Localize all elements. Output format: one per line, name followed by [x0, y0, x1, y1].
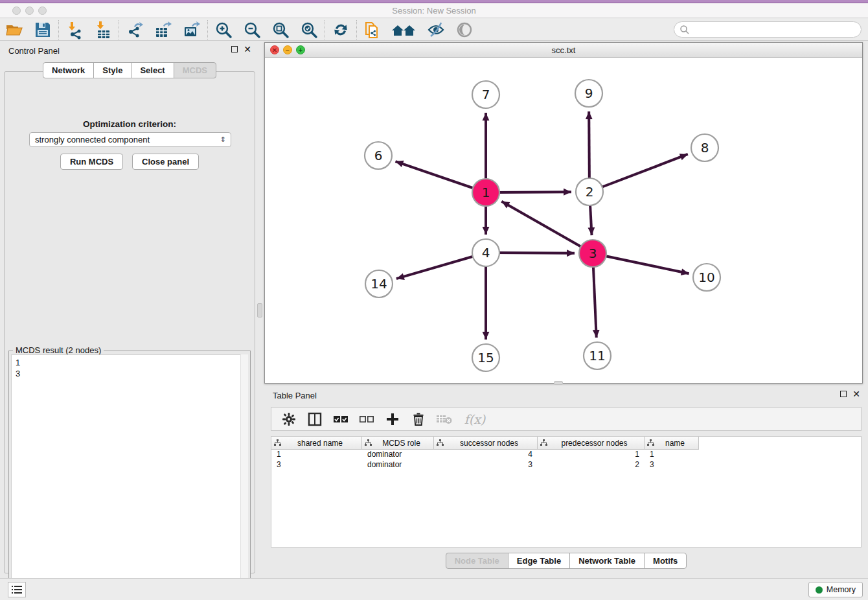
svg-text:15: 15 — [477, 350, 494, 365]
window-resize-handle[interactable] — [554, 381, 563, 385]
table-cell[interactable]: 3 — [434, 460, 538, 470]
table-cell[interactable]: 3 — [645, 460, 699, 470]
task-history-button[interactable] — [8, 582, 26, 597]
save-session-icon[interactable] — [29, 19, 57, 40]
toolbar-separator — [356, 20, 357, 40]
table-cell[interactable]: dominator — [362, 460, 434, 470]
criterion-dropdown[interactable]: strongly connected component ⇕ — [29, 132, 231, 147]
float-panel-icon[interactable] — [231, 46, 238, 52]
column-header-predecessor-nodes[interactable]: predecessor nodes — [538, 437, 645, 450]
mcds-result-group: MCDS result (2 nodes) 1 3 — [8, 351, 251, 598]
control-panel: Control Panel ✕ NetworkStyleSelectMCDS O… — [0, 41, 259, 578]
panel-splitter-handle[interactable] — [257, 303, 262, 317]
table-panel-title: Table Panel — [273, 391, 317, 400]
search-field[interactable] — [674, 21, 862, 38]
table-cell[interactable]: 3 — [271, 460, 362, 470]
column-header-MCDS-role[interactable]: MCDS role — [362, 437, 434, 450]
graph-node-8[interactable]: 8 — [691, 134, 718, 161]
graph-edge-3-1[interactable] — [501, 202, 593, 253]
column-header-shared-name[interactable]: shared name — [271, 437, 362, 450]
tab-motifs[interactable]: Motifs — [644, 553, 687, 569]
tab-style[interactable]: Style — [93, 62, 131, 78]
float-table-panel-icon[interactable] — [840, 391, 847, 397]
import-network-icon[interactable] — [60, 19, 89, 40]
reset-view-icon[interactable] — [387, 19, 422, 40]
graph-node-15[interactable]: 15 — [472, 344, 499, 371]
window-title: Session: New Session — [0, 6, 868, 16]
table-cell[interactable]: dominator — [362, 450, 434, 460]
toolbar-separator — [207, 20, 208, 40]
search-input[interactable] — [690, 23, 861, 36]
graph-node-1[interactable]: 1 — [472, 179, 499, 206]
close-table-panel-icon[interactable]: ✕ — [852, 391, 860, 397]
add-column-icon[interactable] — [384, 411, 401, 428]
toggle-graphics-details-icon[interactable] — [422, 19, 450, 40]
network-window-titlebar[interactable]: ✕ − + scc.txt — [265, 43, 862, 58]
tab-select[interactable]: Select — [131, 62, 174, 78]
zoom-out-icon[interactable] — [238, 19, 266, 40]
titlebar: Session: New Session — [0, 3, 868, 18]
export-network-icon[interactable] — [120, 19, 149, 40]
level-of-detail-icon[interactable] — [450, 19, 479, 40]
network-canvas[interactable]: 7968124314101511 — [265, 58, 862, 383]
apply-layout-icon[interactable] — [326, 19, 355, 40]
graph-edge-2-8[interactable] — [589, 154, 688, 192]
column-layout-icon[interactable] — [306, 411, 323, 428]
table-cell[interactable]: 1 — [645, 450, 699, 460]
select-all-icon[interactable] — [332, 411, 349, 428]
graph-node-11[interactable]: 11 — [584, 342, 611, 369]
column-header-name[interactable]: name — [645, 437, 699, 450]
table-row[interactable]: 1dominator411 — [271, 450, 861, 460]
table-toolbar: f(x) — [271, 407, 862, 431]
deselect-all-icon[interactable] — [358, 411, 375, 428]
zoom-fit-icon[interactable] — [266, 19, 295, 40]
tab-edge-table[interactable]: Edge Table — [508, 553, 570, 569]
table-row[interactable]: 3dominator323 — [271, 460, 861, 470]
graph-node-10[interactable]: 10 — [693, 264, 720, 291]
memory-label: Memory — [827, 585, 856, 594]
memory-button[interactable]: Memory — [808, 582, 863, 597]
result-scrollbar[interactable] — [240, 354, 248, 595]
import-table-icon[interactable] — [89, 19, 117, 40]
tab-network[interactable]: Network — [43, 62, 94, 78]
mcds-result-text[interactable]: 1 3 — [11, 354, 248, 595]
table-cell[interactable]: 4 — [434, 450, 538, 460]
table-cell[interactable]: 1 — [538, 450, 645, 460]
delete-icon[interactable] — [410, 411, 427, 428]
column-edit-icon — [437, 439, 444, 446]
graph-node-14[interactable]: 14 — [365, 270, 393, 297]
column-header-successor-nodes[interactable]: successor nodes — [434, 437, 538, 450]
gear-icon[interactable] — [280, 411, 297, 428]
control-panel-tabs: NetworkStyleSelectMCDS — [0, 62, 259, 78]
graph-edge-3-10[interactable] — [593, 253, 689, 273]
main-toolbar — [0, 19, 868, 41]
graph-node-6[interactable]: 6 — [365, 142, 392, 169]
zoom-in-icon[interactable] — [209, 19, 238, 40]
export-image-icon[interactable] — [177, 19, 206, 40]
column-edit-icon — [647, 439, 654, 446]
table-cell[interactable]: 2 — [538, 460, 645, 470]
graph-node-3[interactable]: 3 — [579, 240, 606, 267]
graph-node-2[interactable]: 2 — [576, 178, 603, 205]
clone-network-icon[interactable] — [358, 19, 387, 40]
node-table[interactable]: shared nameMCDS rolesuccessor nodesprede… — [271, 436, 862, 548]
function-builder-icon[interactable]: f(x) — [462, 411, 488, 428]
svg-text:6: 6 — [374, 148, 383, 163]
table-cell[interactable]: 1 — [271, 450, 362, 460]
mcds-tab-content: Optimization criterion: strongly connect… — [4, 71, 255, 573]
graph-node-7[interactable]: 7 — [472, 81, 499, 108]
delete-table-icon[interactable] — [436, 411, 453, 428]
run-mcds-button[interactable]: Run MCDS — [60, 154, 123, 170]
graph-node-9[interactable]: 9 — [575, 80, 602, 107]
tab-mcds[interactable]: MCDS — [174, 62, 216, 78]
zoom-selected-icon[interactable] — [295, 19, 323, 40]
open-session-icon[interactable] — [0, 19, 29, 40]
export-table-icon[interactable] — [149, 19, 177, 40]
memory-status-icon — [816, 586, 823, 594]
graph-node-4[interactable]: 4 — [472, 239, 499, 266]
tab-network-table[interactable]: Network Table — [569, 553, 645, 569]
tab-node-table[interactable]: Node Table — [446, 553, 508, 569]
graph-edge-1-6[interactable] — [395, 161, 486, 192]
close-panel-button[interactable]: Close panel — [132, 154, 199, 170]
close-panel-icon[interactable]: ✕ — [244, 46, 251, 52]
